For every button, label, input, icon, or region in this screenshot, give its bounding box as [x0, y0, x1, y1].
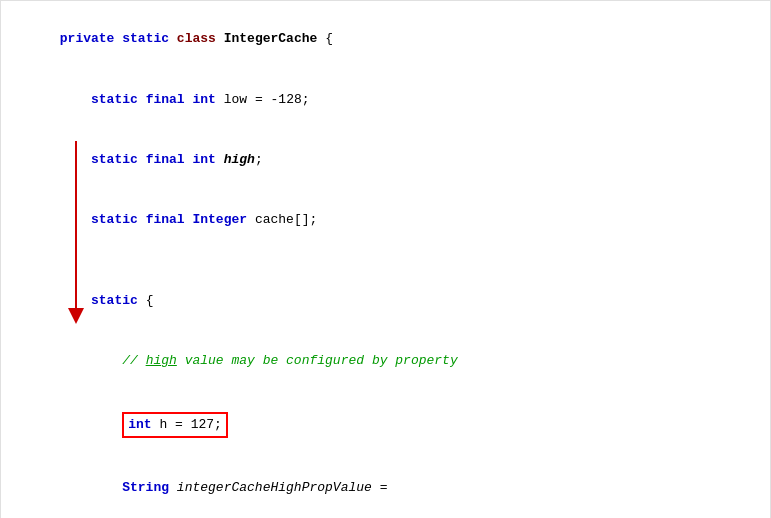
code-line-static: static { [1, 271, 770, 331]
code-container: private static class IntegerCache { stat… [0, 0, 771, 518]
code-line-comment1: // high value may be configured by prope… [1, 331, 770, 391]
code-line-2: static final int low = -128; [1, 69, 770, 129]
code-line-1: private static class IntegerCache { [1, 9, 770, 69]
code-line-blank1 [1, 251, 770, 271]
code-line-4: static final Integer cache[]; [1, 190, 770, 250]
code-line-3: static final int high; [1, 130, 770, 190]
code-line-string1: String integerCacheHighPropValue = [1, 458, 770, 518]
code-line-h127: int h = 127; [1, 392, 770, 458]
